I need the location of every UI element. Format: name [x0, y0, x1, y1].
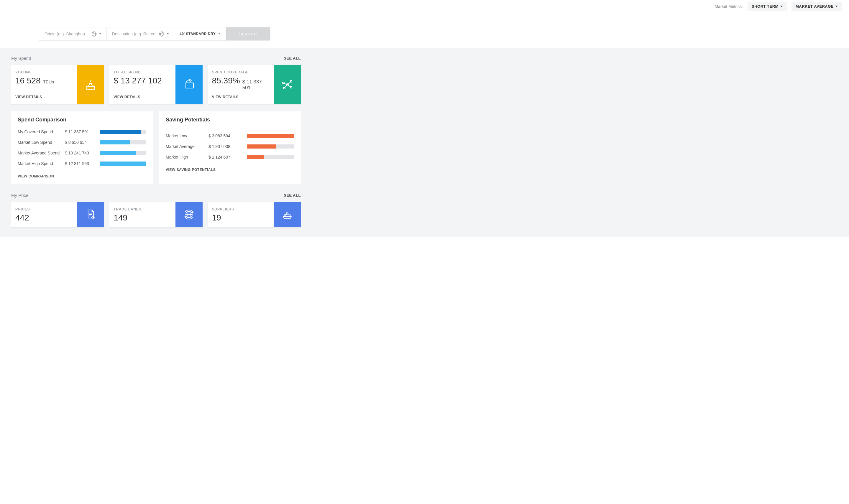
saving-potentials-panel: Saving Potentials Market Low$ 3 083 594M… — [159, 111, 301, 184]
metric-row: Market Average$ 1 907 008 — [166, 144, 294, 149]
total-spend-value: $ 13 277 102 — [113, 76, 162, 86]
prices-value: 442 — [15, 213, 29, 222]
caret-down-icon — [780, 5, 783, 7]
metric-value: $ 11 337 501 — [65, 129, 100, 134]
metric-label: Market Low — [166, 133, 209, 138]
metric-bar — [247, 144, 294, 148]
metric-row: Market High Spend$ 12 811 993 — [18, 161, 146, 166]
market-average-dropdown-label: MARKET AVERAGE — [796, 4, 834, 8]
destination-field[interactable] — [107, 28, 174, 40]
caret-down-icon — [835, 5, 838, 7]
prices-card: PRICES 442 $ — [11, 202, 104, 228]
container-type-label: 40' STANDARD DRY — [180, 32, 216, 36]
market-metrics-label: Market Metrics: — [714, 4, 743, 9]
volume-value: 16 528 — [15, 76, 41, 86]
metric-value: $ 1 124 607 — [209, 155, 247, 159]
view-comparison-link[interactable]: VIEW COMPARISON — [18, 174, 54, 178]
trade-lanes-label: TRADE LANES — [113, 207, 171, 211]
market-average-dropdown[interactable]: MARKET AVERAGE — [792, 2, 842, 11]
svg-rect-0 — [185, 83, 193, 88]
search-button[interactable]: SEARCH — [226, 28, 270, 40]
metric-bar — [247, 155, 294, 159]
suppliers-label: SUPPLIERS — [212, 207, 269, 211]
metric-value: $ 1 907 008 — [209, 144, 247, 149]
spend-coverage-pct: 85.39% — [212, 76, 240, 86]
metric-row: My Covered Spend$ 11 337 501 — [18, 129, 146, 134]
metric-label: Market High — [166, 155, 209, 159]
container-type-dropdown[interactable]: 40' STANDARD DRY — [174, 28, 226, 40]
document-icon: $ — [77, 202, 104, 227]
metric-row: Market High$ 1 124 607 — [166, 155, 294, 159]
metric-bar — [247, 134, 294, 138]
metric-row: Market Low$ 3 083 594 — [166, 133, 294, 138]
metric-label: My Covered Spend — [18, 129, 65, 134]
metric-label: Market Average Spend — [18, 150, 65, 155]
spend-comparison-panel: Spend Comparison My Covered Spend$ 11 33… — [11, 111, 153, 184]
volume-unit: TEUs — [43, 79, 54, 84]
total-spend-card: TOTAL SPEND $ 13 277 102 VIEW DETAILS — [109, 65, 202, 104]
my-price-see-all[interactable]: SEE ALL — [284, 193, 301, 197]
wallet-icon — [175, 65, 202, 104]
metric-row: Market Low Spend$ 8 650 654 — [18, 140, 146, 145]
volume-label: VOLUME — [15, 70, 73, 74]
spend-coverage-view-details[interactable]: VIEW DETAILS — [212, 95, 269, 99]
search-bar: 40' STANDARD DRY SEARCH — [39, 27, 270, 41]
suppliers-value: 19 — [212, 213, 221, 222]
destination-input[interactable] — [112, 32, 156, 36]
total-spend-label: TOTAL SPEND — [113, 70, 171, 74]
spend-coverage-card: SPEND COVERAGE 85.39% $ 11 337 501 VIEW … — [208, 65, 301, 104]
metric-row: Market Average Spend$ 10 241 743 — [18, 150, 146, 155]
origin-input[interactable] — [45, 32, 89, 36]
chevron-down-icon — [167, 33, 169, 35]
metric-value: $ 3 083 594 — [209, 133, 247, 138]
volume-card: VOLUME 16 528 TEUs VIEW DETAILS — [11, 65, 104, 104]
spend-comparison-title: Spend Comparison — [18, 117, 146, 123]
metric-bar — [100, 140, 146, 144]
chevron-down-icon — [218, 33, 220, 35]
volume-view-details[interactable]: VIEW DETAILS — [15, 95, 73, 99]
origin-field[interactable] — [39, 28, 107, 40]
globe-arrows-icon — [175, 202, 202, 227]
metric-label: Market Average — [166, 144, 209, 149]
metric-bar — [100, 162, 146, 166]
metric-value: $ 8 650 654 — [65, 140, 100, 145]
ship-icon — [274, 202, 301, 227]
spend-coverage-amount: $ 11 337 501 — [243, 79, 269, 91]
metric-value: $ 10 241 743 — [65, 150, 100, 155]
suppliers-card: SUPPLIERS 19 — [208, 202, 301, 228]
metric-bar — [100, 130, 146, 134]
network-icon — [274, 65, 301, 104]
trade-lanes-value: 149 — [113, 213, 127, 222]
globe-icon — [92, 32, 96, 36]
metric-value: $ 12 811 993 — [65, 161, 100, 166]
my-price-heading: My Price — [11, 193, 28, 198]
total-spend-view-details[interactable]: VIEW DETAILS — [113, 95, 171, 99]
prices-label: PRICES — [15, 207, 73, 211]
saving-potentials-title: Saving Potentials — [166, 117, 294, 123]
building-icon — [77, 65, 104, 104]
svg-text:$: $ — [93, 217, 94, 219]
spend-coverage-label: SPEND COVERAGE — [212, 70, 269, 74]
metric-bar — [100, 151, 146, 155]
my-spend-heading: My Spend — [11, 56, 31, 61]
metric-label: Market Low Spend — [18, 140, 65, 145]
short-term-dropdown-label: SHORT TERM — [752, 4, 779, 8]
metric-label: Market High Spend — [18, 161, 65, 166]
short-term-dropdown[interactable]: SHORT TERM — [747, 2, 787, 11]
view-saving-potentials-link[interactable]: VIEW SAVING POTENTIALS — [166, 168, 216, 172]
chevron-down-icon — [100, 33, 101, 35]
my-spend-see-all[interactable]: SEE ALL — [284, 56, 301, 60]
trade-lanes-card: TRADE LANES 149 — [109, 202, 202, 228]
globe-icon — [159, 32, 164, 36]
